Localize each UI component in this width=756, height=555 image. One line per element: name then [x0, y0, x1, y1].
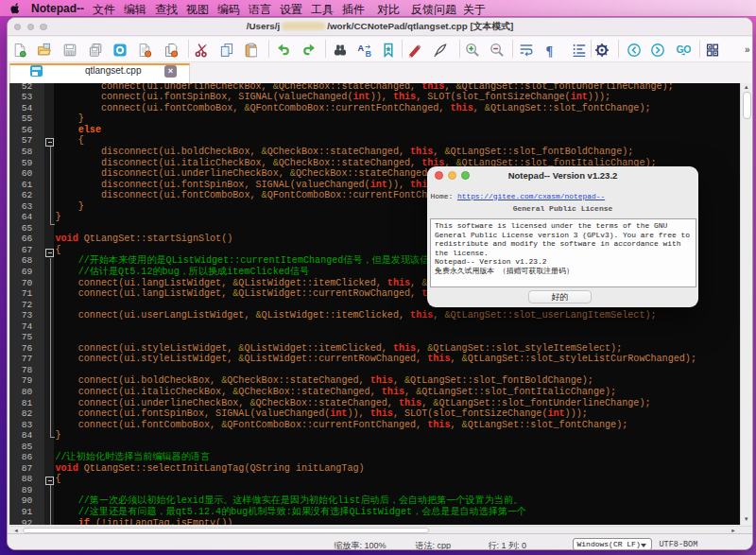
svg-text:¶: ¶	[546, 44, 554, 59]
svg-text:B: B	[366, 49, 372, 58]
svg-text:GO: GO	[677, 43, 692, 55]
svg-text:A: A	[358, 43, 365, 53]
